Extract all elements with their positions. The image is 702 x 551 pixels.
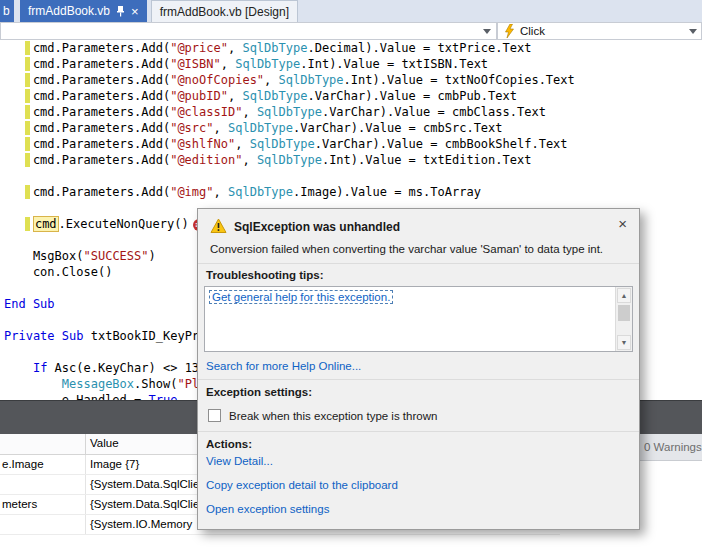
document-tabstrip: b frmAddBook.vb × frmAddBook.vb [Design] <box>0 0 702 22</box>
code-text: .Int).Value = txtEdition.Text <box>322 153 532 167</box>
code-line: cmd.Parameters.Add("@pubID", SqlDbType.V… <box>0 88 702 104</box>
code-text: If <box>33 361 47 375</box>
scroll-up-icon[interactable]: ▲ <box>617 288 631 303</box>
code-text: "Pl <box>177 377 199 391</box>
open-exception-settings-link[interactable]: Open exception settings <box>206 503 398 515</box>
code-text: Private <box>4 329 55 343</box>
actions-links: View Detail...Copy exception detail to t… <box>206 455 398 527</box>
code-text: "@price" <box>170 41 228 55</box>
tab-label: frmAddBook.vb [Design] <box>160 5 289 19</box>
tab-label: frmAddBook.vb <box>28 4 110 18</box>
code-text: cmd <box>33 216 59 232</box>
watch-name-cell: meters <box>0 495 86 514</box>
view-detail-link[interactable]: View Detail... <box>206 455 398 467</box>
troubleshooting-tips-box: Get general help for this exception. ▲ ▼ <box>204 286 633 352</box>
code-text: "@classID" <box>170 105 242 119</box>
scroll-down-icon[interactable]: ▼ <box>617 335 631 350</box>
code-text: , <box>214 121 228 135</box>
tab-frmaddbook-design[interactable]: frmAddBook.vb [Design] <box>151 0 298 22</box>
code-line: cmd.Parameters.Add("@price", SqlDbType.D… <box>0 40 702 56</box>
code-text: .VarChar).Value = cmbBookShelf.Text <box>315 137 568 151</box>
code-text: , <box>228 41 242 55</box>
editor-navigation-bar: Click <box>0 22 702 41</box>
code-text: "@shlfNo" <box>170 137 235 151</box>
code-text: .Int).Value = txtNoOfCopies.Text <box>344 73 575 87</box>
code-text <box>4 217 33 231</box>
code-text: "SUCCESS" <box>83 249 148 263</box>
class-combobox[interactable] <box>0 22 497 40</box>
exception-dialog: SqlException was unhandled × Conversion … <box>197 208 640 530</box>
code-line <box>0 168 702 184</box>
code-text: "@img" <box>170 185 213 199</box>
code-text: SqlDbType <box>242 41 307 55</box>
close-icon[interactable]: × <box>618 215 627 232</box>
code-text: , <box>242 105 256 119</box>
general-help-link[interactable]: Get general help for this exception. <box>209 290 393 304</box>
code-text: "@edition" <box>170 153 242 167</box>
code-text: .VarChar).Value = cmbClass.Text <box>322 105 546 119</box>
code-text: .Int).Value = txtISBN.Text <box>300 57 488 71</box>
name-column-header[interactable] <box>0 434 86 454</box>
code-text: "@ISBN" <box>170 57 221 71</box>
code-text: cmd.Parameters.Add( <box>4 185 170 199</box>
code-line: cmd.Parameters.Add("@ISBN", SqlDbType.In… <box>0 56 702 72</box>
code-text: , <box>214 185 228 199</box>
exception-message: Conversion failed when converting the va… <box>210 243 625 255</box>
code-text: cmd.Parameters.Add( <box>4 153 170 167</box>
code-text: .Image).Value = ms.ToArray <box>293 185 481 199</box>
code-text: SqlDbType <box>279 73 344 87</box>
actions-label: Actions: <box>206 438 252 450</box>
pin-icon[interactable] <box>116 6 125 17</box>
tips-scrollbar[interactable]: ▲ ▼ <box>615 287 632 351</box>
code-text <box>55 329 62 343</box>
code-text: , <box>242 153 256 167</box>
code-text: "@pubID" <box>170 89 228 103</box>
watch-name-cell <box>0 475 86 494</box>
event-name: Click <box>520 25 545 37</box>
break-checkbox-row: Break when this exception type is thrown <box>208 409 437 422</box>
code-text: SqlDbType <box>228 185 293 199</box>
tab-frmaddbook-code[interactable]: frmAddBook.vb × <box>20 0 147 22</box>
method-combobox[interactable]: Click <box>497 22 702 40</box>
code-text: SqlDbType <box>228 121 293 135</box>
code-text: , <box>264 73 278 87</box>
code-text: SqlDbType <box>257 153 322 167</box>
code-line: cmd.Parameters.Add("@classID", SqlDbType… <box>0 104 702 120</box>
warning-triangle-icon <box>210 218 227 236</box>
divider <box>198 431 639 432</box>
warnings-button[interactable]: 0 Warnings <box>644 441 702 453</box>
code-text: Sub <box>62 329 84 343</box>
code-text: , <box>228 89 242 103</box>
chevron-down-icon <box>483 29 491 34</box>
code-text: SqlDbType <box>257 105 322 119</box>
code-text: txtBookID_KeyPr <box>84 329 200 343</box>
code-text: .Decimal).Value = txtPrice.Text <box>307 41 531 55</box>
code-text: cmd.Parameters.Add( <box>4 137 170 151</box>
code-text: SqlDbType <box>242 89 307 103</box>
divider <box>198 379 639 380</box>
code-text: cmd.Parameters.Add( <box>4 121 170 135</box>
code-text: , <box>221 57 235 71</box>
tab-partial[interactable]: b <box>0 0 14 22</box>
code-text: cmd.Parameters.Add( <box>4 57 170 71</box>
code-text: con.Close() <box>4 265 112 279</box>
code-text: cmd.Parameters.Add( <box>4 105 170 119</box>
code-line: cmd.Parameters.Add("@src", SqlDbType.Var… <box>0 120 702 136</box>
scrollbar-thumb[interactable] <box>618 305 630 321</box>
break-checkbox[interactable] <box>208 409 221 422</box>
code-line: cmd.Parameters.Add("@shlfNo", SqlDbType.… <box>0 136 702 152</box>
code-text: cmd.Parameters.Add( <box>4 89 170 103</box>
break-checkbox-label: Break when this exception type is thrown <box>229 410 437 422</box>
close-tab-icon[interactable]: × <box>131 5 139 18</box>
watch-name-cell <box>0 515 86 534</box>
code-line: cmd.Parameters.Add("@img", SqlDbType.Ima… <box>0 184 702 200</box>
copy-exception-detail-link[interactable]: Copy exception detail to the clipboard <box>206 479 398 491</box>
code-text: End Sub <box>4 297 55 311</box>
code-text: .VarChar).Value = cmbSrc.Text <box>293 121 503 135</box>
code-line: cmd.Parameters.Add("@edition", SqlDbType… <box>0 152 702 168</box>
code-text: "@src" <box>170 121 213 135</box>
code-text: SqlDbType <box>235 57 300 71</box>
exception-settings-label: Exception settings: <box>206 386 312 398</box>
search-help-online-link[interactable]: Search for more Help Online... <box>206 360 361 372</box>
event-lightning-icon <box>504 24 514 38</box>
